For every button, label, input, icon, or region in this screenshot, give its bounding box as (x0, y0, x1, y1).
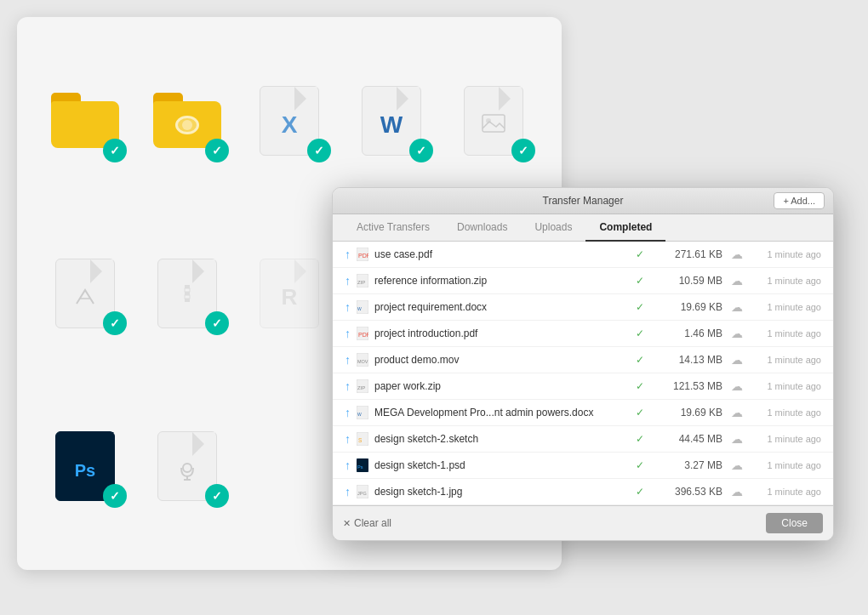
upload-arrow-icon: ↑ (345, 248, 351, 261)
clear-all-label: Clear all (354, 517, 391, 529)
svg-text:JPG: JPG (357, 491, 367, 496)
pdf-file-icon: PDF (356, 327, 369, 340)
table-row[interactable]: ↑ ZIP paper work.zip ✓ 121.53 MB ☁ 1 min… (333, 373, 833, 400)
cloud-icon: ☁ (731, 379, 743, 393)
table-row[interactable]: ↑ Ps design sketch-1.psd ✓ 3.27 MB ☁ 1 m… (333, 453, 833, 479)
table-row[interactable]: ↑ W MEGA Development Pro...nt admin powe… (333, 400, 833, 426)
file-name: paper work.zip (374, 380, 636, 392)
photoshop-file-item[interactable]: Ps ✓ (47, 428, 123, 504)
file-size: 396.53 KB (654, 486, 722, 498)
check-badge: ✓ (409, 139, 433, 162)
file-size: 271.61 KB (654, 248, 722, 260)
clear-x-icon: ✕ (343, 518, 351, 529)
transfer-time: 1 minute ago (753, 460, 821, 470)
sketch-file-icon: S (356, 432, 369, 446)
tab-uploads[interactable]: Uploads (521, 214, 585, 242)
check-badge: ✓ (511, 139, 535, 162)
svg-rect-6 (185, 295, 190, 299)
svg-text:PDF: PDF (358, 253, 368, 259)
svg-text:Ps: Ps (357, 464, 363, 470)
transfer-time: 1 minute ago (753, 381, 821, 391)
svg-point-9 (183, 464, 191, 472)
tab-completed[interactable]: Completed (585, 214, 665, 242)
transfer-time: 1 minute ago (753, 434, 821, 444)
upload-arrow-icon: ↑ (345, 432, 351, 446)
svg-text:S: S (358, 437, 363, 443)
svg-text:ZIP: ZIP (357, 385, 365, 390)
file-size: 14.13 MB (654, 354, 722, 366)
zip-file-item[interactable]: ✓ (149, 255, 226, 332)
cloud-icon: ☁ (731, 300, 743, 314)
svg-text:MOV: MOV (357, 359, 368, 364)
transfer-manager-dialog: Transfer Manager + Add... Active Transfe… (332, 187, 834, 541)
table-row[interactable]: ↑ S design sketch-2.sketch ✓ 44.45 MB ☁ … (333, 426, 833, 453)
transfer-time: 1 minute ago (753, 355, 821, 365)
file-size: 19.69 KB (654, 301, 722, 313)
svg-text:W: W (357, 306, 362, 311)
svg-rect-4 (185, 299, 190, 302)
zip-file-icon: ZIP (356, 379, 369, 393)
close-button[interactable]: Close (766, 513, 823, 533)
file-name: reference information.zip (374, 275, 636, 287)
cloud-icon: ☁ (731, 458, 743, 472)
folder-item[interactable]: ✓ (47, 83, 123, 159)
table-row[interactable]: ↑ MOV product demo.mov ✓ 14.13 MB ☁ 1 mi… (333, 347, 833, 373)
add-button[interactable]: + Add... (774, 192, 825, 209)
check-icon: ✓ (636, 433, 644, 445)
clear-all-button[interactable]: ✕ Clear all (343, 517, 391, 529)
tab-downloads[interactable]: Downloads (443, 214, 521, 242)
file-name: project introduction.pdf (374, 327, 636, 339)
check-icon: ✓ (636, 354, 644, 366)
jpg-file-icon: JPG (356, 485, 369, 498)
file-size: 44.45 MB (654, 433, 722, 445)
podcast-file-item[interactable]: ✓ (149, 428, 226, 504)
check-badge: ✓ (103, 139, 127, 162)
check-badge: ✓ (307, 139, 331, 162)
table-row[interactable]: ↑ W project requirement.docx ✓ 19.69 KB … (333, 294, 833, 321)
table-row[interactable]: ↑ JPG design sketch-1.jpg ✓ 396.53 KB ☁ … (333, 479, 833, 505)
check-icon: ✓ (636, 301, 644, 313)
transfer-manager-title: Transfer Manager (543, 195, 624, 207)
svg-rect-3 (185, 292, 190, 295)
file-name: product demo.mov (374, 354, 636, 366)
image-file-item[interactable]: ✓ (455, 83, 532, 159)
transfer-time: 1 minute ago (753, 302, 821, 312)
file-name: MEGA Development Pro...nt admin powers.d… (374, 407, 636, 419)
cloud-icon: ☁ (731, 327, 743, 340)
svg-rect-2 (185, 285, 190, 288)
file-size: 1.46 MB (654, 327, 722, 339)
check-badge: ✓ (103, 484, 127, 508)
svg-rect-5 (185, 288, 190, 292)
svg-text:W: W (357, 412, 362, 417)
transfer-time: 1 minute ago (753, 487, 821, 497)
word-file-item[interactable]: W ✓ (353, 83, 430, 159)
check-icon: ✓ (636, 275, 644, 287)
file-size: 19.69 KB (654, 407, 722, 419)
file-name: use case.pdf (374, 248, 636, 260)
file-name: design sketch-1.jpg (374, 486, 636, 498)
cloud-icon: ☁ (731, 432, 743, 446)
svg-text:ZIP: ZIP (357, 280, 365, 285)
check-icon: ✓ (636, 248, 644, 260)
mov-file-icon: MOV (356, 353, 369, 367)
table-row[interactable]: ↑ ZIP reference information.zip ✓ 10.59 … (333, 268, 833, 294)
upload-arrow-icon: ↑ (345, 353, 351, 367)
upload-arrow-icon: ↑ (345, 406, 351, 419)
transfers-list: ↑ PDF use case.pdf ✓ 271.61 KB ☁ 1 minut… (333, 242, 833, 505)
check-badge: ✓ (103, 311, 127, 335)
check-badge: ✓ (205, 311, 229, 335)
transfer-time: 1 minute ago (753, 249, 821, 259)
tab-active-transfers[interactable]: Active Transfers (343, 214, 443, 242)
camera-folder-item[interactable]: ✓ (149, 83, 226, 159)
table-row[interactable]: ↑ PDF use case.pdf ✓ 271.61 KB ☁ 1 minut… (333, 242, 833, 268)
upload-arrow-icon: ↑ (345, 458, 351, 472)
vector-file-item[interactable]: ✓ (47, 255, 123, 332)
upload-arrow-icon: ↑ (345, 485, 351, 498)
transfer-time: 1 minute ago (753, 407, 821, 418)
check-badge: ✓ (205, 139, 229, 162)
excel-file-item[interactable]: X ✓ (251, 83, 328, 159)
table-row[interactable]: ↑ PDF project introduction.pdf ✓ 1.46 MB… (333, 321, 833, 347)
check-icon: ✓ (636, 459, 644, 471)
file-size: 10.59 MB (654, 275, 722, 287)
file-name: design sketch-2.sketch (374, 433, 636, 445)
